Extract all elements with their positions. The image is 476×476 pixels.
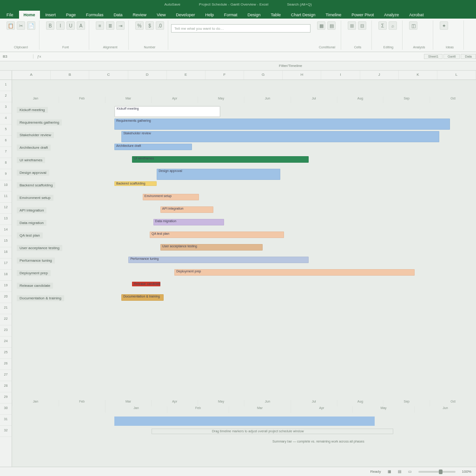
editing-btn-0[interactable]: Σ [378,21,387,30]
ribbon-tab-chart-design[interactable]: Chart Design [286,11,320,19]
clipboard-btn-2[interactable]: 📄 [27,21,35,30]
row-header-1[interactable]: 1 [0,80,12,91]
cells-btn-1[interactable]: ⊟ [358,21,366,30]
sheet-tab-data[interactable]: Data [461,54,476,59]
row-header-23[interactable]: 23 [0,325,12,337]
row-header-18[interactable]: 18 [0,270,12,281]
col-header-D[interactable]: D [128,71,167,79]
row-header-13[interactable]: 13 [0,214,12,225]
col-header-L[interactable]: L [437,71,476,79]
task-label-3[interactable]: Architecture draft [17,145,51,151]
ribbon-tab-formulas[interactable]: Formulas [81,11,108,19]
alignment-btn-2[interactable]: ⇥ [116,21,125,30]
editing-btn-1[interactable]: ⌕ [389,21,397,30]
autosave-label[interactable]: AutoSave [164,2,180,7]
task-label-13[interactable]: Deployment prep [17,270,51,276]
worksheet-grid[interactable]: JanFebMarAprMayJunJulAugSepOct Kickoff m… [12,80,476,467]
row-header-20[interactable]: 20 [0,292,12,303]
gantt-bar-12[interactable]: Performance tuning [128,257,309,263]
row-header-6[interactable]: 6 [0,136,12,147]
zoom-level[interactable]: 100% [462,469,471,474]
gantt-bar-6[interactable]: Backend scaffolding [114,181,157,186]
ribbon-tab-design[interactable]: Design [243,11,265,19]
task-label-1[interactable]: Requirements gathering [17,119,62,126]
col-header-F[interactable]: F [205,71,244,79]
row-header-30[interactable]: 30 [0,403,12,415]
task-label-14[interactable]: Release candidate [17,283,53,289]
gantt-bar-2[interactable]: Stakeholder review [121,131,439,142]
row-header-27[interactable]: 27 [0,370,12,381]
task-label-6[interactable]: Backend scaffolding [17,182,55,188]
task-label-0[interactable]: Kickoff meeting [17,107,48,113]
clipboard-btn-0[interactable]: 📋 [7,21,15,30]
row-header-10[interactable]: 10 [0,180,12,192]
alignment-btn-0[interactable]: ≡ [96,21,104,30]
col-header-I[interactable]: I [321,71,360,79]
row-header-32[interactable]: 32 [0,426,12,437]
ideas-btn-0[interactable]: ✦ [440,21,448,30]
number-btn-1[interactable]: $ [145,21,154,30]
analysis-btn-0[interactable]: ◫ [409,21,417,30]
row-header-16[interactable]: 16 [0,247,12,258]
row-header-9[interactable]: 9 [0,169,12,180]
gantt-bar-10[interactable]: QA test plan [150,231,284,238]
row-header-8[interactable]: 8 [0,158,12,169]
gantt-bar-5[interactable]: Design approval [157,169,280,180]
task-label-5[interactable]: Design approval [17,170,49,176]
clipboard-btn-1[interactable]: ✂ [17,21,25,30]
ribbon-tab-table[interactable]: Table [266,11,286,19]
ribbon-tab-page[interactable]: Page [61,11,80,19]
task-label-9[interactable]: Data migration [17,220,46,226]
task-label-4[interactable]: UI wireframes [17,157,45,163]
task-label-10[interactable]: QA test plan [17,232,43,238]
col-header-B[interactable]: B [51,71,89,79]
row-header-19[interactable]: 19 [0,281,12,292]
row-header-29[interactable]: 29 [0,392,12,403]
view-normal-icon[interactable]: ▦ [388,469,391,474]
row-header-2[interactable]: 2 [0,91,12,102]
ribbon-tab-timeline[interactable]: Timeline [321,11,346,19]
row-header-5[interactable]: 5 [0,125,12,136]
col-header-E[interactable]: E [167,71,205,79]
task-label-2[interactable]: Stakeholder review [17,132,54,138]
gantt-bar-15[interactable]: Documentation & training [121,294,164,301]
row-header-12[interactable]: 12 [0,203,12,214]
gantt-bar-8[interactable]: API integration [160,206,213,213]
row-header-22[interactable]: 22 [0,314,12,325]
view-break-icon[interactable]: ▭ [408,469,412,474]
ribbon-tab-view[interactable]: View [152,11,170,19]
gantt-bar-9[interactable]: Data migration [153,219,224,225]
row-header-26[interactable]: 26 [0,359,12,370]
ribbon-tab-power-pivot[interactable]: Power Pivot [347,11,378,19]
cells-btn-0[interactable]: ⊞ [348,21,356,30]
gantt-bar-13[interactable]: Deployment prep [174,269,415,276]
row-header-7[interactable]: 7 [0,147,12,158]
ribbon-tab-analyze[interactable]: Analyze [379,11,403,19]
font-btn-2[interactable]: U [66,21,75,30]
row-header-24[interactable]: 24 [0,337,12,348]
conditional-btn-0[interactable]: ▦ [317,21,325,30]
task-label-15[interactable]: Documentation & training [17,295,64,301]
gantt-bar-7[interactable]: Environment setup [143,194,199,200]
title-search-hint[interactable]: Search (Alt+Q) [287,2,311,7]
font-btn-0[interactable]: B [46,21,54,30]
ribbon-tab-insert[interactable]: Insert [41,11,61,19]
view-page-icon[interactable]: ▤ [398,469,402,474]
row-header-25[interactable]: 25 [0,348,12,359]
gantt-bar-4[interactable]: UI wireframes [132,156,309,163]
gantt-bar-0[interactable]: Kickoff meeting [114,106,220,117]
col-header-G[interactable]: G [244,71,283,79]
alignment-btn-1[interactable]: ≣ [106,21,114,30]
gantt-bar-3[interactable]: Architecture draft [114,144,192,150]
sheet-tab-sheet1[interactable]: Sheet1 [424,54,443,59]
task-label-7[interactable]: Environment setup [17,195,53,201]
gantt-bar-11[interactable]: User acceptance testing [160,244,263,251]
ribbon-tab-format[interactable]: Format [219,11,242,19]
col-header-A[interactable]: A [12,71,51,79]
gantt-bar-14[interactable]: Release candidate [132,282,160,286]
summary-bar-1[interactable] [114,416,375,426]
conditional-btn-1[interactable]: ▤ [327,21,336,30]
row-header-15[interactable]: 15 [0,236,12,247]
col-header-C[interactable]: C [89,71,128,79]
ribbon-tab-developer[interactable]: Developer [171,11,199,19]
